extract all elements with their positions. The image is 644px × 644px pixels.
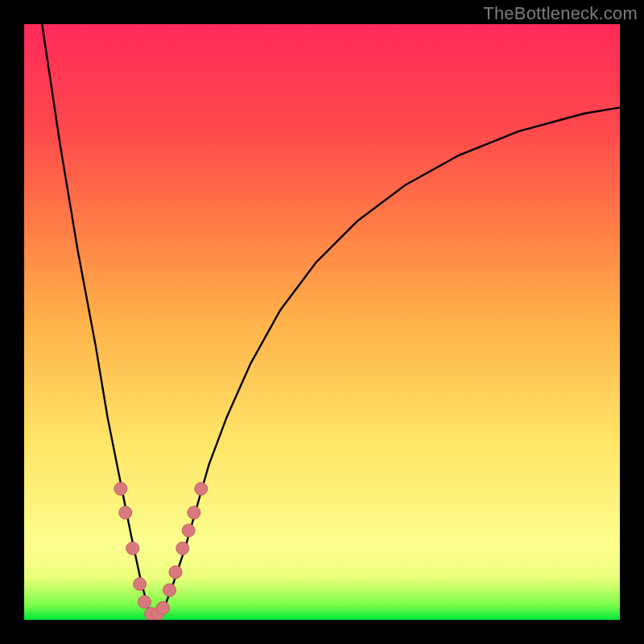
curve-marker bbox=[169, 566, 182, 579]
curve-marker bbox=[138, 596, 151, 609]
chart-svg bbox=[24, 24, 620, 620]
curve-marker bbox=[119, 506, 132, 519]
curve-marker bbox=[176, 542, 189, 555]
chart-frame: TheBottleneck.com bbox=[0, 0, 644, 644]
watermark-text: TheBottleneck.com bbox=[483, 3, 638, 24]
curve-marker bbox=[195, 482, 208, 495]
curve-marker bbox=[182, 524, 195, 537]
curve-marker bbox=[114, 482, 127, 495]
curve-marker bbox=[134, 578, 147, 591]
plot-area bbox=[24, 24, 620, 620]
curve-marker bbox=[156, 601, 169, 614]
curve-marker bbox=[163, 584, 176, 597]
curve-markers bbox=[114, 482, 208, 620]
curve-marker bbox=[126, 542, 139, 555]
bottleneck-curve bbox=[42, 24, 620, 617]
curve-marker bbox=[188, 506, 200, 519]
